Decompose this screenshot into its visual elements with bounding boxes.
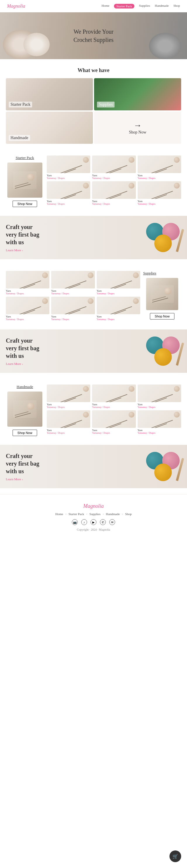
product-category: Yarnamay / Drapes — [47, 406, 90, 408]
banner2-heading: Craft your very first bag with us — [6, 337, 39, 360]
handmade-main: Handmade Shop Now — [6, 384, 44, 436]
footer-link-starter[interactable]: Starter Pack — [68, 512, 84, 516]
yarn-icon — [83, 183, 89, 189]
yarn-icon — [128, 183, 135, 189]
product-name: Yarn — [47, 174, 90, 177]
product-card: Yarn Yarnamay / Drapes — [92, 410, 136, 434]
what-card-handmade[interactable]: Handmade — [6, 112, 93, 144]
yarn-icon — [128, 157, 135, 163]
footer-link-supplies[interactable]: Supplies — [89, 512, 101, 516]
shop-now-card[interactable]: → Shop Now — [94, 112, 181, 144]
what-we-have-grid: Starter Pack Supplies Handmade → Shop No… — [0, 78, 187, 150]
supplies-shop-btn[interactable]: Shop Now — [150, 313, 175, 319]
product-card: Yarn Yarnamay / Drapes — [138, 155, 181, 180]
product-card: Yarn Yarnamay / Drapes — [138, 181, 181, 205]
what-card-handmade-label: Handmade — [9, 135, 30, 141]
what-card-supplies[interactable]: Supplies — [94, 78, 181, 111]
handmade-grid: Yarn Yarnamay / Drapes Yarn Yarnamay / D… — [47, 384, 181, 434]
banner2-text: Craft your very first bag with us Learn … — [6, 337, 39, 366]
product-card: Yarn Yarnamay / Drapes — [92, 181, 136, 205]
nav-logo[interactable]: Magnolia — [7, 3, 25, 9]
product-category: Yarnamay / Drapes — [47, 203, 90, 205]
product-card: Yarn Yarnamay / Drapes — [51, 271, 95, 295]
yarn-icon — [42, 298, 48, 304]
product-card: Yarn Yarnamay / Drapes — [47, 155, 90, 180]
yarn-icon — [174, 386, 180, 392]
starter-pack-section: Starter Pack Shop Now Yarn Yarnamay / Dr… — [0, 150, 187, 210]
yarn-icon — [88, 272, 94, 278]
email-icon[interactable]: ✉ — [109, 519, 115, 525]
product-name: Yarn — [51, 315, 95, 318]
supplies-main-image — [146, 278, 178, 310]
footer-logo: Magnolia — [6, 503, 181, 509]
yarn-icon — [128, 412, 135, 417]
banner3-learn-more[interactable]: Learn More › — [6, 477, 39, 481]
navigation: Magnolia Home Starter Pack Supplies Hand… — [0, 0, 187, 12]
handmade-layout: Handmade Shop Now Yarn Yarnamay / Drapes — [6, 384, 181, 436]
product-category: Yarnamay / Drapes — [92, 177, 136, 180]
banner3-text: Craft your very first bag with us Learn … — [6, 452, 39, 481]
product-name: Yarn — [138, 429, 181, 432]
youtube-icon[interactable]: ▶ — [90, 519, 97, 525]
product-card: Yarn Yarnamay / Drapes — [51, 297, 95, 321]
product-category: Yarnamay / Drapes — [138, 432, 181, 434]
shop-now-text: Shop Now — [129, 130, 146, 135]
what-card-starter-label: Starter Pack — [9, 102, 32, 107]
craft-banner-2: Craft your very first bag with us Learn … — [0, 330, 187, 373]
starter-pack-grid: Yarn Yarnamay / Drapes Yarn Yarnamay / D… — [47, 155, 181, 205]
what-card-starter[interactable]: Starter Pack — [6, 78, 93, 111]
product-image — [47, 181, 90, 199]
product-name: Yarn — [47, 403, 90, 406]
supplies-main: Supplies Shop Now — [143, 271, 181, 319]
shop-now-arrow: → — [134, 121, 142, 130]
yarn-icon — [88, 298, 94, 304]
product-card: Yarn Yarnamay / Drapes — [92, 384, 136, 408]
yarn-icon — [133, 298, 139, 304]
banner1-learn-more[interactable]: Learn More › — [6, 248, 39, 252]
product-card: Yarn Yarnamay / Drapes — [97, 297, 140, 321]
starter-pack-layout: Starter Pack Shop Now Yarn Yarnamay / Dr… — [6, 155, 181, 207]
banner2-learn-more[interactable]: Learn More › — [6, 362, 39, 366]
nav-shop[interactable]: Shop — [173, 4, 180, 8]
footer-link-handmade[interactable]: Handmade — [106, 512, 120, 516]
handmade-section: Handmade Shop Now Yarn Yarnamay / Drapes — [0, 379, 187, 439]
product-category: Yarnamay / Drapes — [97, 292, 140, 295]
product-name: Yarn — [92, 174, 136, 177]
hero-yarn-right — [149, 33, 181, 59]
nav-handmade[interactable]: Handmade — [155, 4, 169, 8]
product-image — [47, 384, 90, 402]
footer-link-home[interactable]: Home — [55, 512, 63, 516]
product-name: Yarn — [51, 289, 95, 292]
yarn-icon — [174, 157, 180, 163]
product-image — [6, 297, 49, 314]
product-image — [92, 181, 136, 199]
product-image — [138, 384, 181, 402]
whatsapp-icon[interactable]: ✆ — [100, 519, 106, 525]
hero-section: We Provide YourCrochet Supplies — [0, 12, 187, 59]
product-name: Yarn — [138, 200, 181, 203]
product-name: Yarn — [92, 429, 136, 432]
product-name: Yarn — [92, 403, 136, 406]
tiktok-icon[interactable]: ♪ — [81, 519, 87, 525]
nav-supplies[interactable]: Supplies — [139, 4, 150, 8]
product-card: Yarn Yarnamay / Drapes — [6, 271, 49, 295]
product-name: Yarn — [97, 289, 140, 292]
product-name: Yarn — [97, 315, 140, 318]
product-category: Yarnamay / Drapes — [51, 318, 95, 321]
nav-home[interactable]: Home — [101, 4, 109, 8]
product-card: Yarn Yarnamay / Drapes — [138, 384, 181, 408]
product-category: Yarnamay / Drapes — [6, 318, 49, 321]
yarn-icon — [174, 412, 180, 417]
nav-starter-pack[interactable]: Starter Pack — [114, 4, 134, 8]
footer-link-shop[interactable]: Shop — [125, 512, 132, 516]
supplies-grid: Yarn Yarnamay / Drapes Yarn Yarnamay / D… — [6, 271, 140, 321]
footer-social-icons: 📷 ♪ ▶ ✆ ✉ — [6, 519, 181, 525]
product-image — [6, 271, 49, 288]
nav-links: Home Starter Pack Supplies Handmade Shop — [101, 4, 180, 8]
handmade-shop-btn[interactable]: Shop Now — [12, 430, 37, 436]
product-category: Yarnamay / Drapes — [97, 318, 140, 321]
starter-pack-shop-btn[interactable]: Shop Now — [12, 200, 37, 207]
what-we-have-title: What we have — [0, 59, 187, 78]
instagram-icon[interactable]: 📷 — [72, 519, 78, 525]
banner2-yarns — [128, 337, 181, 366]
